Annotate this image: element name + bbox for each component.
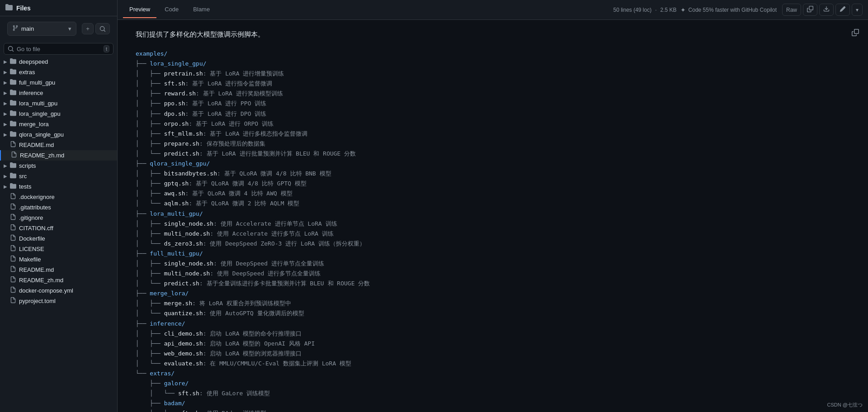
sidebar-item-CITATION-cff[interactable]: CITATION.cff <box>0 223 117 233</box>
tab-blame[interactable]: Blame <box>187 1 216 18</box>
more-button[interactable]: ▾ <box>852 4 863 16</box>
folder-icon <box>10 120 16 128</box>
sidebar-item-Makefile[interactable]: Makefile <box>0 254 117 265</box>
sidebar-item-README-zh-md[interactable]: README_zh.md <box>0 275 117 285</box>
tree-line: │ ├── merge.sh: 将 LoRA 权重合并到预训练模型中 <box>136 298 850 308</box>
file-icon <box>10 204 16 211</box>
branch-icon <box>12 25 19 33</box>
sidebar-header: Files <box>0 0 117 16</box>
sidebar-item--gitignore[interactable]: .gitignore <box>0 213 117 223</box>
tree-item-name: README_zh.md <box>19 277 63 284</box>
tree-line: │ ├── orpo.sh: 基于 LoRA 进行 ORPO 训练 <box>136 119 850 129</box>
copilot-badge[interactable]: ✦ Code 55% faster with GitHub Copilot <box>680 6 777 14</box>
tree-item-name: README_zh.md <box>20 152 64 159</box>
sidebar-item-src[interactable]: ▶ src <box>0 171 117 181</box>
file-icon <box>10 276 16 284</box>
file-icon <box>10 287 16 294</box>
sidebar-item-qlora-single-gpu[interactable]: ▶ qlora_single_gpu <box>0 129 117 140</box>
file-size: 2.5 KB <box>660 7 677 13</box>
search-box[interactable]: t <box>4 43 113 55</box>
tree-item-name: lora_single_gpu <box>19 110 61 117</box>
download-button[interactable] <box>819 4 834 16</box>
sidebar-item-inference[interactable]: ▶ inference <box>0 88 117 98</box>
sidebar-item-Dockerfile[interactable]: Dockerfile <box>0 233 117 244</box>
tree-line: │ └── ds_zero3.sh: 使用 DeepSpeed ZeRO-3 进… <box>136 239 850 249</box>
tree-line: │ ├── multi_node.sh: 使用 Accelerate 进行多节点… <box>136 229 850 239</box>
branch-actions: + <box>82 23 110 34</box>
file-icon <box>10 141 16 149</box>
tree-line: │ ├── pretrain.sh: 基于 LoRA 进行增量预训练 <box>136 69 850 79</box>
file-icon <box>10 214 16 222</box>
chevron-icon: ▶ <box>4 70 7 75</box>
tree-line: │ ├── sft.sh: 基于 LoRA 进行指令监督微调 <box>136 79 850 89</box>
tree-line: │ ├── gptq.sh: 基于 QLoRA 微调 4/8 比特 GPTQ 模… <box>136 179 850 189</box>
tree-item-name: .gitattributes <box>19 204 51 211</box>
tree-item-name: full_multi_gpu <box>19 79 55 86</box>
sidebar-item-docker-compose-yml[interactable]: docker-compose.yml <box>0 285 117 296</box>
copy-button[interactable] <box>803 4 817 16</box>
folder-icon <box>10 79 16 86</box>
search-input[interactable] <box>17 46 101 52</box>
sidebar-item-scripts[interactable]: ▶ scripts <box>0 161 117 171</box>
intro-text: 我们提供了多样化的大模型微调示例脚本。 <box>136 29 850 40</box>
sidebar-item-README-md[interactable]: README.md <box>0 265 117 275</box>
search-button[interactable] <box>95 23 110 34</box>
file-icon <box>11 152 17 159</box>
tab-code[interactable]: Code <box>158 1 185 18</box>
add-file-button[interactable]: + <box>82 23 94 34</box>
tree-line: │ └── quantize.sh: 使用 AutoGPTQ 量化微调后的模型 <box>136 308 850 318</box>
tree-line: │ ├── dpo.sh: 基于 LoRA 进行 DPO 训练 <box>136 109 850 119</box>
chevron-icon: ▶ <box>4 101 7 106</box>
tree-line: │ ├── ppo.sh: 基于 LoRA 进行 PPO 训练 <box>136 99 850 109</box>
chevron-icon: ▶ <box>4 122 7 127</box>
branch-row: main ▾ + <box>0 16 117 41</box>
file-icon <box>10 245 16 253</box>
edit-button[interactable] <box>835 4 850 16</box>
sidebar-item-tests[interactable]: ▶ tests <box>0 181 117 192</box>
files-icon <box>5 4 13 12</box>
folder-icon <box>10 183 16 190</box>
sidebar-item-README-md[interactable]: README.md <box>0 140 117 150</box>
search-shortcut: t <box>104 45 109 52</box>
tree-item-name: README.md <box>19 266 54 273</box>
sidebar-item-merge-lora[interactable]: ▶ merge_lora <box>0 119 117 129</box>
tree-item-name: src <box>19 173 27 180</box>
file-icon <box>10 224 16 232</box>
sidebar-item--gitattributes[interactable]: .gitattributes <box>0 202 117 213</box>
sidebar-item--dockerignore[interactable]: .dockerignore <box>0 192 117 202</box>
raw-button[interactable]: Raw <box>782 4 801 16</box>
tree-line: │ ├── prepare.sh: 保存预处理后的数据集 <box>136 139 850 149</box>
tree-item-name: docker-compose.yml <box>19 287 73 294</box>
sidebar-item-README-zh-md[interactable]: README_zh.md <box>0 150 117 161</box>
tree-line: │ ├── awq.sh: 基于 QLoRA 微调 4 比特 AWQ 模型 <box>136 189 850 199</box>
file-icon <box>10 193 16 201</box>
branch-selector[interactable]: main ▾ <box>7 22 76 36</box>
file-lines: 50 lines (49 loc) <box>613 7 651 13</box>
sidebar-item-lora-multi-gpu[interactable]: ▶ lora_multi_gpu <box>0 98 117 109</box>
tree-item-name: scripts <box>19 162 36 169</box>
tree-line: │ └── sft.sh: 使用 BAdam 训练模型 <box>136 408 850 412</box>
sidebar-item-deepspeed[interactable]: ▶ deepspeed <box>0 57 117 67</box>
tree-item-name: Dockerfile <box>19 235 45 242</box>
file-icon <box>10 235 16 242</box>
chevron-icon: ▶ <box>4 111 7 116</box>
tree-line: ├── qlora_single_gpu/ <box>136 159 850 169</box>
sidebar-item-extras[interactable]: ▶ extras <box>0 67 117 77</box>
tree-item-name: CITATION.cff <box>19 225 53 232</box>
tree-line: │ └── predict.sh: 基于全量训练进行多卡批量预测并计算 BLEU… <box>136 279 850 289</box>
tree-line: ├── badam/ <box>136 398 850 408</box>
sidebar-item-pyproject-toml[interactable]: pyproject.toml <box>0 296 117 306</box>
tree-line: examples/ <box>136 49 850 59</box>
sidebar-item-full-multi-gpu[interactable]: ▶ full_multi_gpu <box>0 77 117 88</box>
tab-preview[interactable]: Preview <box>123 1 156 18</box>
tree-line: │ ├── sft_mllm.sh: 基于 LoRA 进行多模态指令监督微调 <box>136 129 850 139</box>
tree-line: ├── lora_single_gpu/ <box>136 59 850 69</box>
copy-float-icon[interactable] <box>852 29 859 39</box>
folder-icon <box>10 68 16 76</box>
tree-item-name: deepspeed <box>19 58 48 65</box>
tree-item-name: .gitignore <box>19 214 43 221</box>
sidebar-item-lora-single-gpu[interactable]: ▶ lora_single_gpu <box>0 109 117 119</box>
sidebar-item-LICENSE[interactable]: LICENSE <box>0 244 117 254</box>
tab-meta: 50 lines (49 loc) · 2.5 KB ✦ Code 55% fa… <box>613 6 777 14</box>
chevron-icon: ▶ <box>4 163 7 168</box>
